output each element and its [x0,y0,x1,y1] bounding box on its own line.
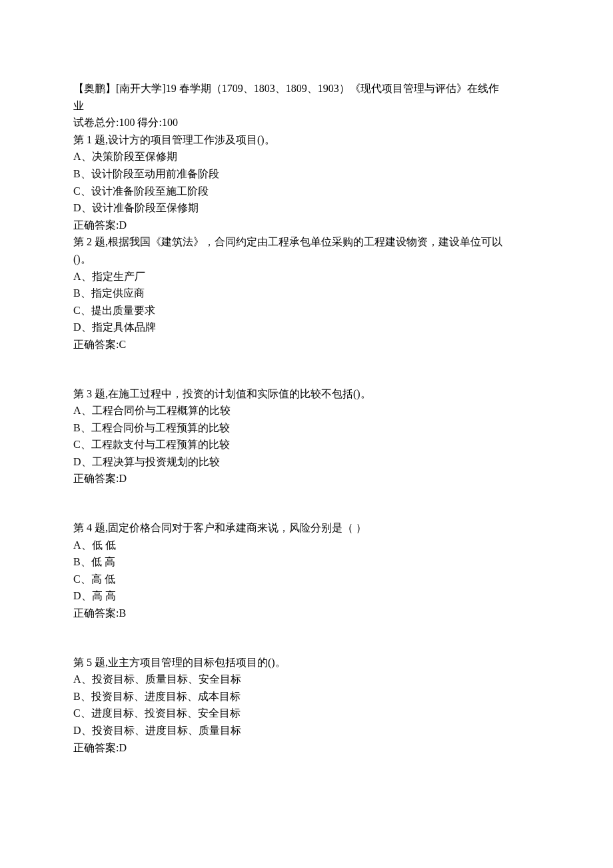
question-option: B、工程合同价与工程预算的比较 [73,419,540,437]
question-option: B、设计阶段至动用前准备阶段 [73,165,540,183]
question-stem: 第 4 题,固定价格合同对于客户和承建商来说，风险分别是（ ） [73,519,540,537]
question-answer: 正确答案:D [73,470,540,487]
question-option: D、工程决算与投资规划的比较 [73,453,540,471]
question-option: A、低 低 [73,537,540,554]
question-option: C、高 低 [73,571,540,588]
question-option: D、高 高 [73,587,540,605]
question-option: C、进度目标、投资目标、安全目标 [73,705,540,722]
question-answer: 正确答案:D [73,739,540,757]
question-option: D、投资目标、进度目标、质量目标 [73,722,540,739]
question-option: A、工程合同价与工程概算的比较 [73,402,540,419]
question-option: B、投资目标、进度目标、成本目标 [73,688,540,705]
score-line: 试卷总分:100 得分:100 [73,114,540,131]
question-option: A、指定生产厂 [73,268,540,285]
question-answer: 正确答案:C [73,336,540,353]
document-title-line2: 业 [73,97,540,115]
question-option: D、设计准备阶段至保修期 [73,199,540,217]
document-title-line1: 【奥鹏】[南开大学]19 春学期（1709、1803、1809、1903）《现代… [73,80,540,97]
question-option: B、低 高 [73,553,540,571]
question-option: D、指定具体品牌 [73,319,540,336]
question-stem: 第 1 题,设计方的项目管理工作涉及项目()。 [73,131,540,149]
question-option: A、决策阶段至保修期 [73,148,540,165]
question-stem: 第 3 题,在施工过程中，投资的计划值和实际值的比较不包括()。 [73,385,540,403]
question-option: B、指定供应商 [73,285,540,302]
question-stem: 第 5 题,业主方项目管理的目标包括项目的()。 [73,654,540,671]
question-stem: 第 2 题,根据我国《建筑法》，合同约定由工程承包单位采购的工程建设物资，建设单… [73,233,540,251]
question-option: A、投资目标、质量目标、安全目标 [73,671,540,688]
question-option: C、设计准备阶段至施工阶段 [73,183,540,200]
question-stem-cont: ()。 [73,251,540,268]
question-answer: 正确答案:D [73,217,540,234]
question-option: C、提出质量要求 [73,302,540,319]
question-option: C、工程款支付与工程预算的比较 [73,436,540,453]
question-answer: 正确答案:B [73,605,540,622]
